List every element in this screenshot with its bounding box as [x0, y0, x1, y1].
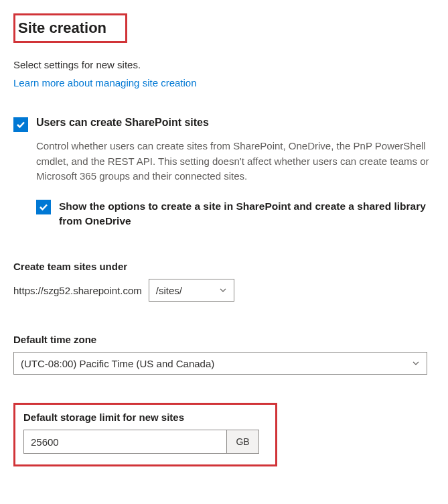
timezone-dropdown[interactable]: (UTC-08:00) Pacific Time (US and Canada) [13, 352, 427, 375]
storage-limit-unit: GB [226, 430, 258, 453]
team-sites-under-label: Create team sites under [13, 261, 435, 272]
team-sites-under-group: Create team sites under https://szg52.sh… [13, 261, 435, 302]
checkbox-checked-icon[interactable] [13, 117, 28, 132]
show-create-options-label: Show the options to create a site in Sha… [59, 199, 435, 229]
users-can-create-sites-option[interactable]: Users can create SharePoint sites [13, 117, 435, 132]
storage-limit-highlight: Default storage limit for new sites GB [13, 403, 277, 466]
checkbox-checked-icon[interactable] [36, 200, 51, 214]
storage-limit-label: Default storage limit for new sites [23, 412, 267, 423]
users-can-create-sites-label: Users can create SharePoint sites [36, 117, 209, 129]
learn-more-link[interactable]: Learn more about managing site creation [13, 77, 197, 88]
storage-limit-field: GB [23, 430, 259, 454]
site-path-dropdown[interactable]: /sites/ [149, 279, 234, 302]
timezone-label: Default time zone [13, 334, 435, 345]
site-path-value: /sites/ [156, 285, 182, 296]
timezone-value: (UTC-08:00) Pacific Time (US and Canada) [21, 358, 214, 369]
timezone-group: Default time zone (UTC-08:00) Pacific Ti… [13, 334, 435, 375]
site-url-prefix: https://szg52.sharepoint.com [13, 285, 142, 296]
page-title-highlight: Site creation [13, 13, 127, 43]
storage-limit-input[interactable] [24, 430, 226, 453]
chevron-down-icon [219, 285, 227, 296]
users-can-create-sites-desc: Control whether users can create sites f… [36, 139, 435, 184]
chevron-down-icon [412, 358, 420, 369]
page-title: Site creation [18, 19, 106, 37]
show-create-options-option[interactable]: Show the options to create a site in Sha… [36, 199, 435, 229]
page-subtitle: Select settings for new sites. [13, 59, 435, 70]
